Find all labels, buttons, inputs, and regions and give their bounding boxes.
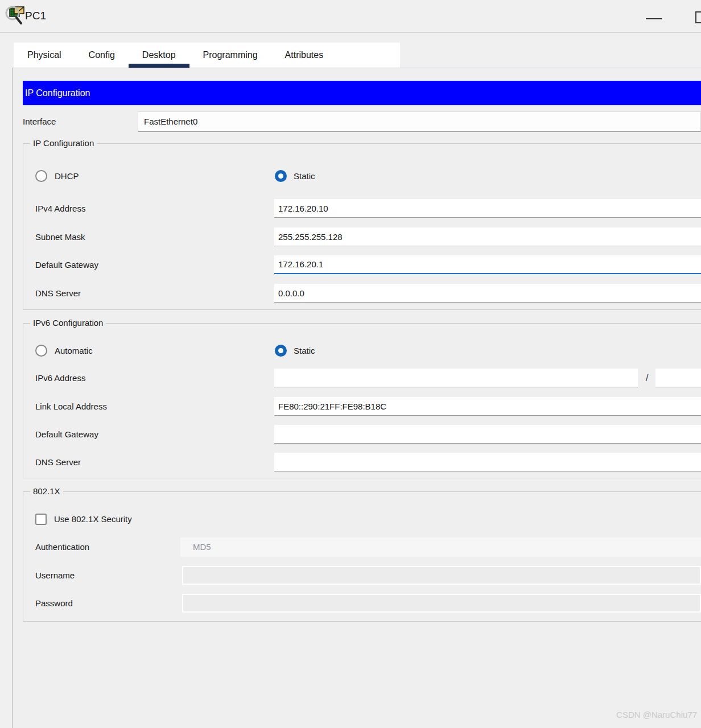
password-input: [182, 594, 701, 613]
interface-dropdown[interactable]: FastEthernet0: [138, 111, 701, 132]
interface-dropdown-value: FastEthernet0: [138, 112, 700, 131]
link-local-address-label: Link Local Address: [35, 397, 107, 416]
ipv4-address-label: IPv4 Address: [35, 199, 85, 218]
ipv6-automatic-radio[interactable]: [35, 345, 47, 357]
dhcp-radio[interactable]: [35, 170, 47, 182]
authentication-dropdown: MD5: [180, 537, 701, 557]
tab-programming[interactable]: Programming: [189, 43, 271, 68]
page-title: IP Configuration: [23, 81, 701, 105]
minimize-button[interactable]: [646, 18, 662, 19]
password-label: Password: [35, 594, 73, 613]
ipv4-default-gateway-label: Default Gateway: [35, 255, 98, 274]
dot1x-group-title: 802.1X: [30, 486, 63, 497]
maximize-button[interactable]: [695, 11, 701, 23]
authentication-label: Authentication: [35, 537, 89, 557]
interface-label: Interface: [23, 111, 56, 132]
tab-physical[interactable]: Physical: [14, 43, 75, 68]
ipv6-default-gateway-label: Default Gateway: [35, 425, 98, 444]
username-label: Username: [35, 566, 75, 585]
packet-tracer-icon: [5, 5, 26, 26]
ipv4-dns-server-label: DNS Server: [35, 284, 81, 303]
tab-config[interactable]: Config: [75, 43, 129, 68]
ipv6-prefix-input[interactable]: [655, 369, 701, 387]
use-dot1x-security-checkbox[interactable]: [35, 514, 47, 525]
ipv4-static-radio[interactable]: [275, 170, 287, 182]
ipv6-prefix-separator: /: [641, 369, 653, 387]
authentication-dropdown-value: MD5: [180, 537, 701, 557]
ipv4-static-radio-label[interactable]: Static: [294, 170, 315, 182]
dhcp-radio-label[interactable]: DHCP: [55, 170, 79, 182]
tab-attributes[interactable]: Attributes: [271, 43, 337, 68]
ipv6-default-gateway-input[interactable]: [274, 425, 701, 444]
window-title: PC1: [25, 0, 46, 32]
ipv6-static-radio[interactable]: [275, 345, 287, 357]
username-input: [182, 566, 701, 585]
subnet-mask-label: Subnet Mask: [35, 228, 85, 246]
ipv6-static-radio-label[interactable]: Static: [294, 345, 315, 357]
ipv4-address-input[interactable]: [274, 199, 701, 218]
ipv6-automatic-radio-label[interactable]: Automatic: [55, 345, 93, 357]
ipv6-configuration-group-title: IPv6 Configuration: [30, 317, 106, 329]
ipv4-default-gateway-input[interactable]: [274, 255, 701, 274]
titlebar-separator: [0, 32, 701, 32]
link-local-address-input[interactable]: [274, 397, 701, 416]
ipv6-dns-server-label: DNS Server: [35, 453, 81, 471]
watermark-text: CSDN @NaruChiu77: [616, 710, 697, 719]
tab-desktop[interactable]: Desktop: [129, 43, 189, 68]
ip-configuration-group-title: IP Configuration: [30, 138, 97, 149]
title-bar: PC1: [0, 0, 701, 32]
pc-configuration-window: PC1 Physical Config Desktop Programming …: [0, 0, 701, 728]
ipv6-address-label: IPv6 Address: [35, 369, 85, 387]
tab-bar: Physical Config Desktop Programming Attr…: [14, 43, 400, 68]
ipv4-dns-server-input[interactable]: [274, 284, 701, 303]
subnet-mask-input[interactable]: [274, 228, 701, 246]
ipv6-address-input[interactable]: [274, 369, 638, 387]
ipv6-dns-server-input[interactable]: [274, 453, 701, 471]
use-dot1x-security-label[interactable]: Use 802.1X Security: [54, 513, 132, 526]
